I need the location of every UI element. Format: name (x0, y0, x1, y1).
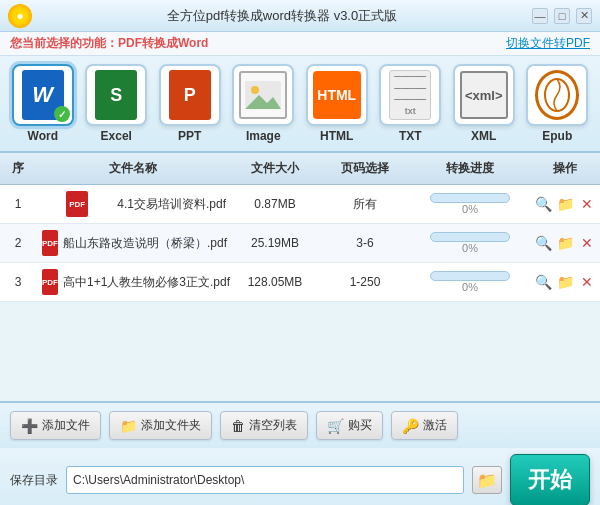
row2-filename: PDF 船山东路改造说明（桥梁）.pdf (36, 230, 230, 256)
clear-list-button[interactable]: 🗑 清空列表 (220, 411, 308, 440)
col-filename: 文件名称 (36, 158, 230, 179)
action-icons: 🔍 📁 ✕ (534, 234, 596, 252)
ppt-icon: P (169, 70, 211, 120)
add-folder-icon: 📁 (120, 418, 137, 434)
start-button[interactable]: 开始 (510, 454, 590, 505)
row3-filename: PDF 高中1+1人教生物必修3正文.pdf (36, 269, 230, 295)
subtitle-bar: 您当前选择的功能：PDF转换成Word 切换文件转PDF (0, 32, 600, 56)
format-excel-box[interactable]: S (85, 64, 147, 126)
view-button[interactable]: 🔍 (534, 234, 552, 252)
delete-button[interactable]: ✕ (578, 273, 596, 291)
format-xml[interactable]: <xml> XML (451, 64, 517, 143)
subtitle-prefix: 您当前选择的功能： (10, 36, 118, 50)
format-word-label: Word (28, 129, 58, 143)
window-controls: — □ ✕ (532, 8, 592, 24)
row2-pages: 3-6 (320, 236, 410, 250)
progress-text: 0% (414, 203, 526, 215)
folder-button[interactable]: 📁 (556, 195, 574, 213)
svg-point-1 (251, 86, 259, 94)
current-function: 您当前选择的功能：PDF转换成Word (10, 35, 208, 52)
table-header: 序 文件名称 文件大小 页码选择 转换进度 操作 (0, 153, 600, 185)
delete-button[interactable]: ✕ (578, 195, 596, 213)
folder-button[interactable]: 📁 (556, 234, 574, 252)
format-excel[interactable]: S Excel (84, 64, 150, 143)
row3-progress: 0% (410, 271, 530, 293)
excel-icon: S (95, 70, 137, 120)
main-content: 序 文件名称 文件大小 页码选择 转换进度 操作 1 PDF 4.1交易培训资料… (0, 153, 600, 505)
progress-bar-bg (430, 271, 510, 281)
buy-button[interactable]: 🛒 购买 (316, 411, 383, 440)
progress-text: 0% (414, 242, 526, 254)
app-logo: ● (8, 4, 32, 28)
app-title: 全方位pdf转换成word转换器 v3.0正式版 (32, 7, 532, 25)
view-button[interactable]: 🔍 (534, 273, 552, 291)
format-epub[interactable]: Epub (525, 64, 591, 143)
col-filesize: 文件大小 (230, 158, 320, 179)
action-icons: 🔍 📁 ✕ (534, 273, 596, 291)
activate-button[interactable]: 🔑 激活 (391, 411, 458, 440)
row1-filename: PDF 4.1交易培训资料.pdf (36, 191, 230, 217)
format-xml-label: XML (471, 129, 496, 143)
active-check: ✓ (54, 106, 70, 122)
minimize-button[interactable]: — (532, 8, 548, 24)
pdf-icon: PDF (66, 191, 88, 217)
format-image-box[interactable] (232, 64, 294, 126)
format-html[interactable]: HTML HTML (304, 64, 370, 143)
progress-bar-bg (430, 232, 510, 242)
format-epub-label: Epub (542, 129, 572, 143)
format-word[interactable]: W ✓ Word (10, 64, 76, 143)
file-list: 序 文件名称 文件大小 页码选择 转换进度 操作 1 PDF 4.1交易培训资料… (0, 153, 600, 401)
row1-index: 1 (0, 197, 36, 211)
table-row: 3 PDF 高中1+1人教生物必修3正文.pdf 128.05MB 1-250 … (0, 263, 600, 302)
row3-filesize: 128.05MB (230, 275, 320, 289)
row3-index: 3 (0, 275, 36, 289)
activate-icon: 🔑 (402, 418, 419, 434)
maximize-button[interactable]: □ (554, 8, 570, 24)
row1-filesize: 0.87MB (230, 197, 320, 211)
bottom-bar: ➕ 添加文件 📁 添加文件夹 🗑 清空列表 🛒 购买 🔑 激活 (0, 401, 600, 448)
format-txt[interactable]: ─────────────── txt TXT (378, 64, 444, 143)
image-icon (239, 71, 287, 119)
format-word-box[interactable]: W ✓ (12, 64, 74, 126)
progress-bar-bg (430, 193, 510, 203)
row3-pages: 1-250 (320, 275, 410, 289)
row2-actions: 🔍 📁 ✕ (530, 234, 600, 252)
savepath-label: 保存目录 (10, 472, 58, 489)
format-image[interactable]: Image (231, 64, 297, 143)
pdf-icon: PDF (42, 269, 58, 295)
savepath-folder-button[interactable]: 📁 (472, 466, 502, 494)
view-button[interactable]: 🔍 (534, 195, 552, 213)
epub-icon (535, 70, 579, 120)
savepath-input[interactable] (66, 466, 464, 494)
folder-button[interactable]: 📁 (556, 273, 574, 291)
row2-index: 2 (0, 236, 36, 250)
table-body: 1 PDF 4.1交易培训资料.pdf 0.87MB 所有 0% (0, 185, 600, 302)
add-file-button[interactable]: ➕ 添加文件 (10, 411, 101, 440)
row1-actions: 🔍 📁 ✕ (530, 195, 600, 213)
row1-pages: 所有 (320, 196, 410, 213)
format-html-box[interactable]: HTML (306, 64, 368, 126)
format-ppt[interactable]: P PPT (157, 64, 223, 143)
html-icon: HTML (313, 71, 361, 119)
add-folder-button[interactable]: 📁 添加文件夹 (109, 411, 212, 440)
format-txt-box[interactable]: ─────────────── txt (379, 64, 441, 126)
clear-icon: 🗑 (231, 418, 245, 434)
txt-icon: ─────────────── txt (389, 70, 431, 120)
delete-button[interactable]: ✕ (578, 234, 596, 252)
progress-text: 0% (414, 281, 526, 293)
pdf-icon: PDF (42, 230, 58, 256)
switch-link[interactable]: 切换文件转PDF (506, 35, 590, 52)
format-xml-box[interactable]: <xml> (453, 64, 515, 126)
format-epub-box[interactable] (526, 64, 588, 126)
close-button[interactable]: ✕ (576, 8, 592, 24)
action-icons: 🔍 📁 ✕ (534, 195, 596, 213)
xml-icon: <xml> (460, 71, 508, 119)
format-ppt-box[interactable]: P (159, 64, 221, 126)
current-function-name: PDF转换成Word (118, 36, 208, 50)
format-ppt-label: PPT (178, 129, 201, 143)
row2-progress: 0% (410, 232, 530, 254)
format-html-label: HTML (320, 129, 353, 143)
table-row: 1 PDF 4.1交易培训资料.pdf 0.87MB 所有 0% (0, 185, 600, 224)
buy-icon: 🛒 (327, 418, 344, 434)
format-txt-label: TXT (399, 129, 422, 143)
